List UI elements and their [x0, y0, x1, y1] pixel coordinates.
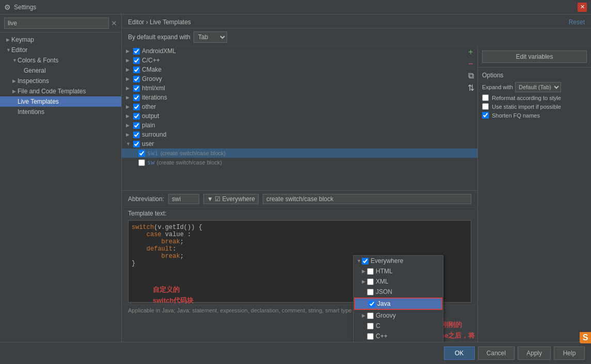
- reset-button[interactable]: Reset: [569, 19, 585, 26]
- group-plain[interactable]: ▶ plain: [122, 121, 477, 130]
- triangle-icon: ▶: [126, 95, 131, 100]
- dropdown-item-everywhere[interactable]: ▼ Everywhere: [354, 256, 443, 266]
- dropdown-item-json[interactable]: JSON: [354, 287, 443, 297]
- sidebar-item-colors-fonts[interactable]: ▼ Colors & Fonts: [0, 55, 121, 65]
- triangle-icon: ▶: [126, 123, 131, 128]
- group-groovy[interactable]: ▶ Groovy: [122, 74, 477, 84]
- group-htmlxml[interactable]: ▶ html/xml: [122, 84, 477, 93]
- triangle-icon: [362, 323, 367, 328]
- sidebar-item-general[interactable]: General: [0, 65, 121, 76]
- ok-button[interactable]: OK: [444, 346, 475, 360]
- dropdown-checkbox[interactable]: [367, 289, 374, 295]
- template-text-label: Template text:: [122, 208, 477, 218]
- shorten-checkbox[interactable]: [482, 112, 489, 119]
- dropdown-item-cpp[interactable]: C++: [354, 331, 443, 341]
- sidebar-item-intentions[interactable]: Intentions: [0, 107, 121, 117]
- dropdown-item-c[interactable]: C: [354, 321, 443, 331]
- expand-with-row: Expand with Default (Tab) Tab Enter: [482, 82, 587, 92]
- dropdown-item-groovy[interactable]: ▶ Groovy: [354, 310, 443, 321]
- template-item-sw[interactable]: sw (create switch/case block): [122, 158, 477, 167]
- dropdown-item-html[interactable]: ▶ HTML: [354, 266, 443, 276]
- triangle-icon: ▶: [126, 58, 131, 63]
- dropdown-label: Groovy: [376, 312, 396, 319]
- template-list: ▶ AndroidXML ▶ C/C++ ▶ CMake: [122, 46, 477, 191]
- triangle-icon: ▼: [6, 47, 11, 53]
- import-checkbox[interactable]: [482, 103, 489, 110]
- dropdown-label: XML: [376, 278, 389, 285]
- sidebar-item-inspections[interactable]: ▶ Inspections: [0, 76, 121, 86]
- template-item-checkbox[interactable]: [138, 150, 145, 157]
- copy-template-button[interactable]: ⧉: [465, 70, 476, 81]
- abbreviation-input[interactable]: [168, 194, 199, 204]
- triangle-icon: ▼: [12, 58, 18, 63]
- description-input[interactable]: [263, 194, 471, 204]
- sidebar-tree: ▶ Keymap ▼ Editor ▼ Colors & Fonts Gener…: [0, 32, 121, 342]
- template-item-swi[interactable]: swi (create switch/case block): [122, 148, 477, 158]
- group-other[interactable]: ▶ other: [122, 102, 477, 111]
- group-androidxml[interactable]: ▶ AndroidXML: [122, 46, 477, 56]
- sidebar-item-label: Keymap: [11, 36, 34, 43]
- dropdown-label: HTML: [376, 268, 393, 275]
- search-input[interactable]: [4, 18, 109, 29]
- dropdown-checkbox[interactable]: [367, 323, 374, 329]
- group-checkbox[interactable]: [133, 131, 140, 138]
- expand-label: By default expand with: [128, 34, 190, 41]
- group-checkbox[interactable]: [133, 76, 140, 82]
- apply-button[interactable]: Apply: [518, 346, 551, 360]
- group-checkbox[interactable]: [133, 85, 140, 92]
- help-button[interactable]: Help: [554, 346, 585, 360]
- group-checkbox[interactable]: [133, 104, 140, 110]
- shorten-row: Shorten FQ names: [482, 112, 587, 119]
- group-user[interactable]: ▼ user: [122, 139, 477, 148]
- cancel-button[interactable]: Cancel: [478, 346, 515, 360]
- expand-trigger-button[interactable]: ▼ ☑ Everywhere: [203, 194, 259, 204]
- expand-with-select[interactable]: Default (Tab) Tab Enter: [515, 82, 561, 92]
- group-output[interactable]: ▶ output: [122, 111, 477, 121]
- dropdown-checkbox[interactable]: [369, 301, 375, 307]
- clear-search-button[interactable]: ✕: [111, 19, 117, 27]
- group-checkbox[interactable]: [133, 57, 140, 64]
- reformat-checkbox[interactable]: [482, 94, 489, 101]
- dropdown-item-other[interactable]: Other: [354, 341, 443, 342]
- dropdown-checkbox[interactable]: [367, 312, 374, 319]
- dropdown-item-java[interactable]: Java: [355, 299, 441, 309]
- expand-select[interactable]: Tab Enter Space: [194, 31, 227, 43]
- import-row: Use static import if possible: [482, 103, 587, 110]
- group-surround[interactable]: ▶ surround: [122, 130, 477, 139]
- group-checkbox[interactable]: [133, 67, 140, 73]
- group-checkbox[interactable]: [133, 94, 140, 101]
- dropdown-checkbox[interactable]: [367, 333, 374, 340]
- group-checkbox[interactable]: [133, 141, 140, 147]
- group-checkbox[interactable]: [133, 48, 140, 55]
- group-cmake[interactable]: ▶ CMake: [122, 65, 477, 74]
- sidebar-item-keymap[interactable]: ▶ Keymap: [0, 35, 121, 45]
- edit-variables-button[interactable]: Edit variables: [482, 51, 587, 63]
- triangle-icon: ▶: [126, 86, 131, 91]
- sidebar-item-file-code-templates[interactable]: ▶ File and Code Templates: [0, 86, 121, 96]
- abbreviation-label: Abbreviation:: [128, 195, 164, 203]
- dropdown-checkbox[interactable]: [362, 258, 369, 264]
- move-template-button[interactable]: ⇅: [465, 82, 476, 93]
- toolbar: + − ⧉ ⇅: [465, 46, 476, 93]
- remove-template-button[interactable]: −: [465, 58, 476, 70]
- group-checkbox[interactable]: [133, 122, 140, 129]
- group-cpp[interactable]: ▶ C/C++: [122, 56, 477, 65]
- triangle-icon: ▶: [12, 89, 18, 94]
- template-item-checkbox[interactable]: [138, 159, 145, 166]
- dialog-content: ✕ ▶ Keymap ▼ Editor ▼ Colors & Fonts Gen…: [0, 14, 591, 342]
- dropdown-checkbox[interactable]: [367, 278, 374, 285]
- dropdown-item-xml[interactable]: ▶ XML: [354, 276, 443, 287]
- triangle-icon: [12, 99, 18, 104]
- applicable-text: Applicable in Java; Java: statement, exp…: [128, 307, 386, 313]
- group-checkbox[interactable]: [133, 113, 140, 120]
- close-button[interactable]: ✕: [578, 3, 587, 12]
- add-template-button[interactable]: +: [465, 46, 476, 58]
- sidebar-item-label: Intentions: [18, 108, 44, 115]
- dropdown-item-java-wrapper: Java: [354, 297, 442, 310]
- group-label: html/xml: [142, 85, 165, 92]
- group-iterations[interactable]: ▶ iterations: [122, 93, 477, 102]
- dropdown-checkbox[interactable]: [367, 268, 374, 275]
- reformat-row: Reformat according to style: [482, 94, 587, 101]
- sidebar-item-live-templates[interactable]: Live Templates: [0, 96, 121, 107]
- sidebar-item-editor[interactable]: ▼ Editor: [0, 45, 121, 55]
